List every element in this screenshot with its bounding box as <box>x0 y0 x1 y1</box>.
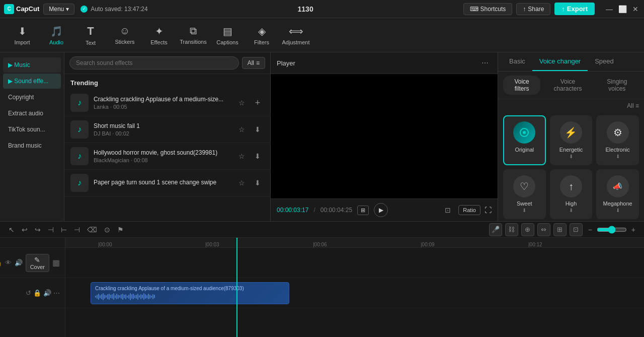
tool-audio[interactable]: 🎵 Audio <box>40 21 72 49</box>
player-panel: Player ⋯ 00:00:03:17 / 00:00:04:25 ⊞ ▶ ⊡… <box>271 52 498 221</box>
sidebar-item-sound-effects[interactable]: ▶ Sound effe... <box>3 74 61 89</box>
audio-track-row: Crackling crackling Applause of a medium… <box>65 278 644 308</box>
minimize-button[interactable]: — <box>605 5 614 14</box>
fullscreen-button[interactable]: ⛶ <box>485 206 492 214</box>
link-button[interactable]: ⛓ <box>505 223 518 236</box>
play-button[interactable]: ▶ <box>374 203 388 217</box>
audio-lock-button[interactable]: 🔒 <box>33 289 41 297</box>
player-menu-button[interactable]: ⋯ <box>478 56 492 70</box>
sound-title: Paper page turn sound 1 scene change swi… <box>94 179 230 186</box>
magnet-button[interactable]: ⊕ <box>521 223 534 236</box>
tool-effects[interactable]: ✦ Effects <box>143 21 175 49</box>
video-track-icon[interactable]: ▦ <box>52 258 60 267</box>
favorite-button[interactable]: ☆ <box>235 96 248 109</box>
track-volume-button[interactable]: 🔊 <box>15 259 23 266</box>
favorite-button[interactable]: ☆ <box>235 123 248 136</box>
redo-button[interactable]: ↪ <box>32 224 43 235</box>
tool-transitions[interactable]: ⧉ Transitions <box>177 21 209 49</box>
tab-basic[interactable]: Basic <box>502 52 532 71</box>
ruler-mark: |00:12 <box>528 242 542 247</box>
zoom-out-button[interactable]: − <box>586 224 595 235</box>
sidebar-item-brand-music[interactable]: Brand music <box>3 138 61 153</box>
voice-card-high[interactable]: ↑ High ⬇ <box>550 169 593 219</box>
voice-grid: Original ⚡ Energetic ⬇ ⚙ Electronic ⬇ ♡ … <box>498 112 644 221</box>
ruler-mark: |00:09 <box>421 242 435 247</box>
voice-characters-tab[interactable]: Voice characters <box>543 76 592 95</box>
eye-button[interactable]: ⊡ <box>570 223 583 236</box>
tool-adjustment[interactable]: ⟺ Adjustment <box>280 21 312 49</box>
voice-card-electronic[interactable]: ⚙ Electronic ⬇ <box>596 115 639 165</box>
sound-info: Paper page turn sound 1 scene change swi… <box>94 179 230 187</box>
lock-button[interactable]: ⊞ <box>553 223 567 236</box>
tool-stickers[interactable]: ☺ Stickers <box>109 21 141 49</box>
zoom-slider[interactable] <box>597 226 627 234</box>
voice-filter-tabs: Voice filters Voice characters Singing v… <box>498 72 644 99</box>
trim-right-button[interactable]: ⊣ <box>71 224 83 235</box>
maximize-button[interactable]: ⬜ <box>618 5 627 14</box>
player-right-controls: ⊡ Ratio ⛶ <box>441 204 492 217</box>
voice-filters-tab[interactable]: Voice filters <box>503 76 540 95</box>
sidebar-item-extract-audio[interactable]: Extract audio <box>3 106 61 121</box>
voice-card-original[interactable]: Original <box>503 115 546 165</box>
sidebar-item-copyright[interactable]: Copyright <box>3 90 61 105</box>
audio-more-button[interactable]: ⋯ <box>53 289 60 297</box>
search-input[interactable] <box>69 56 239 70</box>
sound-item[interactable]: ♪ Short music fail 1 DJ BAI · 00:02 ☆ ⬇ <box>64 116 270 143</box>
tool-captions[interactable]: ▤ Captions <box>211 21 244 49</box>
delete-button[interactable]: ⌫ <box>85 224 100 235</box>
grid-view-button[interactable]: ⊞ <box>357 206 369 215</box>
tool-import[interactable]: ⬇ Import <box>6 21 38 49</box>
shield-button[interactable]: ⊙ <box>102 224 113 235</box>
timeline-body: 🔒 👁 🔊 ✎ Cover ▦ ↺ 🔒 🔊 ⋯ |00:00 <box>0 238 644 337</box>
favorite-button[interactable]: ☆ <box>235 176 248 189</box>
zoom-in-button[interactable]: + <box>629 224 638 235</box>
total-time: 00:00:04:25 <box>320 207 352 214</box>
voice-card-energetic[interactable]: ⚡ Energetic ⬇ <box>550 115 593 165</box>
sidebar-item-tiktok[interactable]: TikTok soun... <box>3 122 61 137</box>
menu-button[interactable]: Menu ▾ <box>43 4 74 15</box>
energetic-icon: ⚡ <box>560 121 582 144</box>
split-tool-button[interactable]: ⊣ <box>45 224 56 235</box>
ratio-button[interactable]: Ratio <box>458 205 480 215</box>
sound-item[interactable]: ♪ Hollywood horror movie, ghost sound(23… <box>64 143 270 170</box>
undo-button[interactable]: ↩ <box>19 224 30 235</box>
cover-button[interactable]: ✎ Cover <box>26 254 49 272</box>
autosave-icon: ✓ <box>80 6 88 13</box>
share-button[interactable]: ↑ Share <box>516 3 550 15</box>
download-button[interactable]: ⬇ <box>251 176 264 189</box>
download-button[interactable]: ⬇ <box>251 123 264 136</box>
split-button[interactable]: ⇔ <box>537 223 550 236</box>
screenshot-button[interactable]: ⊡ <box>441 204 454 217</box>
tool-filters[interactable]: ◈ Filters <box>246 21 278 49</box>
sound-item[interactable]: ♪ Paper page turn sound 1 scene change s… <box>64 170 270 196</box>
shortcuts-button[interactable]: ⌨ Shortcuts <box>463 3 513 15</box>
logo-icon: C <box>4 4 14 14</box>
audio-clip[interactable]: Crackling crackling Applause of a medium… <box>91 282 289 304</box>
flag-button[interactable]: ⚑ <box>115 224 126 235</box>
voice-card-sweet[interactable]: ♡ Sweet ⬇ <box>503 169 546 219</box>
tool-text[interactable]: T Text <box>74 21 107 49</box>
download-button[interactable]: ⬇ <box>251 150 264 163</box>
audio-loop-button[interactable]: ↺ <box>26 289 31 297</box>
titlebar: C CapCut Menu ▾ ✓ Auto saved: 13:47:24 1… <box>0 0 644 18</box>
add-sound-button[interactable]: + <box>251 96 264 109</box>
sidebar-item-music[interactable]: ▶ Music <box>3 57 61 73</box>
favorite-button[interactable]: ☆ <box>235 150 248 163</box>
audio-volume-button[interactable]: 🔊 <box>43 289 51 297</box>
select-tool-button[interactable]: ↖ <box>6 224 17 235</box>
tab-speed[interactable]: Speed <box>588 52 621 71</box>
close-button[interactable]: ✕ <box>631 5 640 14</box>
track-lock-button[interactable]: 🔒 <box>0 259 2 266</box>
effects-icon: ✦ <box>155 25 164 37</box>
voice-grid-header: All ≡ <box>498 99 644 112</box>
trim-left-button[interactable]: ⊢ <box>58 224 69 235</box>
singing-voices-tab[interactable]: Singing voices <box>595 76 639 95</box>
tab-voice-changer[interactable]: Voice changer <box>532 52 588 71</box>
export-button[interactable]: ↑ Export <box>554 3 595 15</box>
all-filter-button[interactable]: All ≡ <box>242 57 265 69</box>
mic-button[interactable]: 🎤 <box>489 223 502 236</box>
track-eye-button[interactable]: 👁 <box>5 259 12 266</box>
sound-item[interactable]: ♪ Crackling crackling Applause of a medi… <box>64 90 270 116</box>
voice-card-megaphone[interactable]: 📣 Megaphone ⬇ <box>596 169 639 219</box>
electronic-icon: ⚙ <box>607 121 629 144</box>
